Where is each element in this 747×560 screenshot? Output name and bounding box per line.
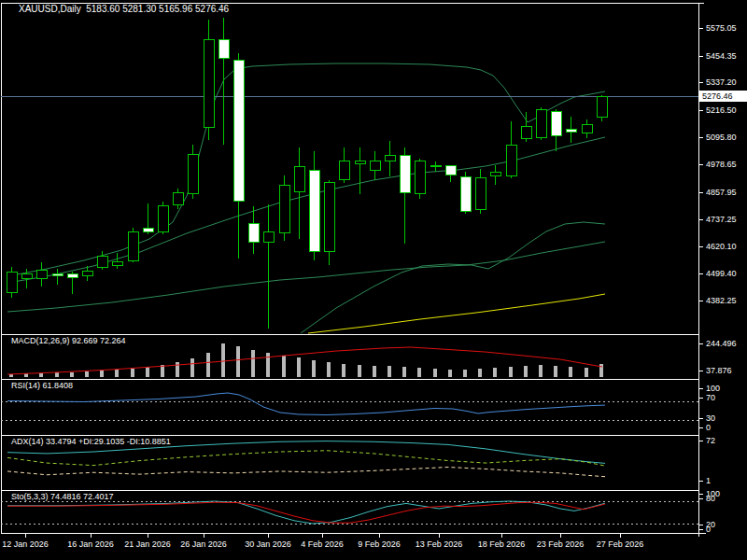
rsi-line-rsi bbox=[7, 393, 605, 415]
adx-panel-label: ADX(14) 33.4794 +DI:29.1035 -DI:10.8851 bbox=[11, 437, 171, 447]
sto-line-stoch-k bbox=[7, 501, 605, 524]
macd-line-signal bbox=[7, 347, 602, 374]
macd-histogram-bar bbox=[85, 371, 89, 377]
candle-bull bbox=[339, 161, 349, 179]
candle-bear bbox=[566, 129, 576, 132]
rsi-panel-label: RSI(14) 61.8408 bbox=[11, 381, 73, 391]
macd-histogram-bar bbox=[115, 370, 119, 377]
time-axis-label: 23 Feb 2026 bbox=[537, 539, 585, 549]
chart-canvas[interactable] bbox=[0, 0, 747, 560]
macd-histogram-bar bbox=[599, 364, 603, 376]
price-axis-label: 4499.40 bbox=[706, 269, 737, 278]
candle-bull bbox=[112, 261, 122, 265]
macd-histogram-bar bbox=[358, 365, 361, 377]
time-axis-label: 4 Feb 2026 bbox=[301, 539, 344, 549]
candle-bear bbox=[460, 176, 471, 211]
macd-histogram-bar bbox=[70, 372, 74, 377]
time-axis-label: 21 Jan 2026 bbox=[124, 539, 171, 549]
candle-bull bbox=[355, 161, 365, 163]
trading-terminal-window: XAUUSD,Daily 5183.60 5281.30 5165.96 527… bbox=[0, 0, 747, 560]
candle-bear bbox=[248, 223, 259, 242]
sto-panel-label: Sto(5,3,3) 74.4816 72.4017 bbox=[11, 492, 114, 502]
overlay-yellow-ma bbox=[308, 294, 605, 333]
candle-bear bbox=[445, 166, 456, 175]
macd-histogram-bar bbox=[266, 353, 270, 377]
candle-bull bbox=[506, 145, 516, 175]
candle-bull bbox=[415, 161, 425, 193]
macd-histogram-bar bbox=[388, 366, 391, 376]
macd-histogram-bar bbox=[131, 369, 134, 377]
macd-histogram-bar bbox=[493, 368, 497, 376]
time-axis-label: 9 Feb 2026 bbox=[358, 539, 401, 549]
adx-scale-label: 1 bbox=[706, 476, 711, 485]
macd-histogram-bar bbox=[176, 362, 179, 376]
macd-histogram-bar bbox=[585, 368, 588, 377]
candle-bull bbox=[324, 183, 334, 252]
rsi-scale-label: 100 bbox=[706, 384, 720, 393]
candle-bull bbox=[536, 110, 546, 137]
macd-histogram-bar bbox=[402, 367, 406, 376]
candle-bull bbox=[430, 166, 441, 167]
adx-line-di-minus bbox=[7, 468, 605, 477]
macd-histogram-bar bbox=[463, 370, 467, 377]
price-axis-label: 4857.95 bbox=[706, 188, 737, 197]
price-axis-label: 5575.05 bbox=[706, 23, 737, 33]
time-axis-label: 13 Feb 2026 bbox=[416, 539, 463, 549]
time-axis-label: 12 Jan 2026 bbox=[2, 539, 49, 549]
macd-histogram-bar bbox=[282, 356, 286, 377]
time-axis-label: 30 Jan 2026 bbox=[245, 539, 291, 549]
candle-bull bbox=[279, 186, 289, 233]
candle-bull bbox=[82, 271, 92, 275]
macd-histogram-bar bbox=[433, 369, 437, 377]
time-axis-label: 18 Feb 2026 bbox=[478, 539, 526, 549]
candle-bear bbox=[143, 228, 153, 232]
overlay-slow-ma bbox=[7, 242, 605, 312]
macd-histogram-bar bbox=[373, 366, 376, 377]
macd-histogram-bar bbox=[478, 369, 482, 376]
candle-bull bbox=[188, 154, 198, 193]
candle-bull bbox=[36, 270, 47, 278]
sto-scale-label: 0 bbox=[706, 525, 711, 534]
candle-bull bbox=[385, 155, 395, 161]
macd-histogram-bar bbox=[448, 370, 452, 377]
candle-bull bbox=[475, 178, 486, 210]
time-axis-label: 16 Jan 2026 bbox=[67, 539, 114, 549]
macd-scale-label: 37.876 bbox=[706, 366, 732, 375]
candle-bull bbox=[173, 192, 183, 205]
candle-bear bbox=[52, 274, 63, 276]
candle-bull bbox=[21, 274, 32, 278]
macd-histogram-bar bbox=[39, 373, 43, 377]
candle-bull bbox=[490, 172, 500, 175]
current-price-label: 5276.46 bbox=[698, 91, 747, 102]
candle-bull bbox=[263, 231, 274, 242]
price-axis-label: 5454.35 bbox=[706, 51, 737, 61]
candle-bull bbox=[597, 96, 607, 118]
macd-histogram-bar bbox=[342, 364, 345, 377]
candle-bull bbox=[7, 273, 17, 293]
price-axis-label: 4978.65 bbox=[706, 160, 737, 169]
candle-bear bbox=[233, 60, 244, 202]
macd-histogram-bar bbox=[554, 366, 557, 377]
macd-histogram-bar bbox=[100, 371, 104, 377]
time-axis-label: 27 Feb 2026 bbox=[597, 539, 644, 549]
candle-bear bbox=[400, 155, 410, 192]
macd-histogram-bar bbox=[569, 367, 572, 377]
price-axis-label: 5095.80 bbox=[706, 133, 737, 142]
macd-histogram-bar bbox=[509, 367, 513, 376]
candle-bull bbox=[204, 39, 214, 128]
price-axis-label: 4737.25 bbox=[706, 215, 737, 224]
rsi-scale-label: 70 bbox=[706, 393, 715, 402]
sto-line-stoch-d bbox=[7, 502, 605, 523]
macd-histogram-bar bbox=[221, 343, 225, 377]
macd-histogram-bar bbox=[146, 367, 149, 377]
rsi-scale-label: 30 bbox=[706, 413, 715, 423]
time-axis-label: 26 Jan 2026 bbox=[180, 539, 227, 549]
price-axis-label: 4620.10 bbox=[706, 242, 737, 251]
sto-scale-label: 80 bbox=[706, 494, 715, 503]
macd-histogram-bar bbox=[206, 353, 210, 377]
macd-histogram-bar bbox=[297, 357, 301, 376]
adx-scale-label: 72 bbox=[706, 436, 715, 445]
rsi-scale-label: 0 bbox=[706, 423, 711, 432]
candle-bull bbox=[294, 167, 304, 192]
price-axis-label: 5216.50 bbox=[706, 105, 737, 115]
